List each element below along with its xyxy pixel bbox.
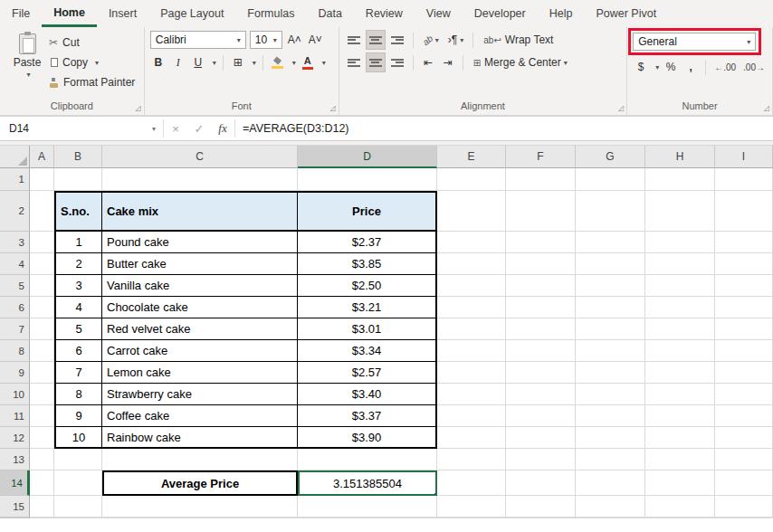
cell-H7[interactable] [645,318,715,340]
tab-review[interactable]: Review [354,0,415,27]
cell-D5[interactable]: $2.50 [298,275,437,297]
column-header-I[interactable]: I [715,146,773,168]
cell-C12[interactable]: Rainbow cake [102,427,298,449]
cell-E12[interactable] [437,427,506,449]
cell-C11[interactable]: Coffee cake [102,405,298,427]
column-header-C[interactable]: C [102,146,298,168]
column-header-F[interactable]: F [506,146,576,168]
cell-H3[interactable] [645,232,715,253]
row-header-7[interactable]: 7 [0,318,30,340]
cell-B16[interactable] [54,518,102,518]
cell-H4[interactable] [645,253,715,275]
cell-A12[interactable] [30,427,54,449]
cell-D10[interactable]: $3.40 [298,384,437,405]
align-left-button[interactable] [345,53,363,71]
cell-D6[interactable]: $3.21 [298,297,437,318]
percent-style-button[interactable]: % [663,58,679,76]
cell-H10[interactable] [645,384,715,405]
cell-A1[interactable] [30,168,54,191]
cell-G1[interactable] [576,168,645,191]
row-header-13[interactable]: 13 [0,449,30,470]
tab-page-layout[interactable]: Page Layout [148,0,235,27]
column-header-E[interactable]: E [437,146,506,168]
cancel-button[interactable]: × [164,117,187,140]
cell-B8[interactable]: 6 [54,340,102,362]
fill-handle[interactable] [434,492,437,496]
row-header-14[interactable]: 14 [0,470,30,496]
cell-F16[interactable] [506,518,576,518]
font-size-combobox[interactable]: 10 ▾ [250,31,282,49]
cell-F2[interactable] [506,191,576,232]
cell-A16[interactable] [30,518,54,518]
cell-C14[interactable]: Average Price [102,470,298,496]
tab-data[interactable]: Data [306,0,353,27]
row-header-8[interactable]: 8 [0,340,30,362]
row-header-15[interactable]: 15 [0,496,30,518]
cell-B5[interactable]: 3 [54,275,102,297]
cell-E13[interactable] [437,449,506,470]
alignment-dialog-launcher[interactable]: ◿ [618,105,624,112]
underline-button[interactable]: U [190,53,206,71]
formula-input[interactable]: =AVERAGE(D3:D12) [235,117,349,140]
cell-B13[interactable] [54,449,102,470]
row-header-9[interactable]: 9 [0,362,30,384]
top-align-button[interactable] [345,31,363,49]
cell-I3[interactable] [715,232,773,253]
cell-H6[interactable] [645,297,715,318]
cell-B6[interactable]: 4 [54,297,102,318]
cell-G6[interactable] [576,297,645,318]
text-direction-button[interactable]: ›¶▾ [445,31,466,49]
cell-A6[interactable] [30,297,54,318]
merge-center-button[interactable]: ⊞ Merge & Center ▾ [470,53,571,71]
cell-G3[interactable] [576,232,645,253]
column-header-B[interactable]: B [54,146,102,168]
cell-I8[interactable] [715,340,773,362]
cell-E16[interactable] [437,518,506,518]
font-color-dropdown-icon[interactable]: ▾ [322,59,326,67]
cell-H12[interactable] [645,427,715,449]
cell-F3[interactable] [506,232,576,253]
name-box[interactable]: D14 ▾ [0,117,163,140]
cell-G13[interactable] [576,449,645,470]
cell-A8[interactable] [30,340,54,362]
cell-B15[interactable] [54,496,102,518]
cell-G12[interactable] [576,427,645,449]
cell-B9[interactable]: 7 [54,362,102,384]
cell-D9[interactable]: $2.57 [298,362,437,384]
cell-H16[interactable] [645,518,715,518]
font-color-button[interactable]: A [300,53,316,71]
cell-B11[interactable]: 9 [54,405,102,427]
cell-G15[interactable] [576,496,645,518]
cell-C5[interactable]: Vanilla cake [102,275,298,297]
cell-D2[interactable]: Price [298,191,437,232]
cell-A2[interactable] [30,191,54,232]
cell-D16[interactable] [298,518,437,518]
cell-E15[interactable] [437,496,506,518]
cell-B14[interactable] [54,470,102,496]
cell-D15[interactable] [298,496,437,518]
tab-formulas[interactable]: Formulas [235,0,306,27]
cell-A10[interactable] [30,384,54,405]
cell-H11[interactable] [645,405,715,427]
name-box-dropdown-icon[interactable]: ▾ [152,125,156,133]
cell-B7[interactable]: 5 [54,318,102,340]
cell-F4[interactable] [506,253,576,275]
copy-dropdown-icon[interactable]: ▾ [95,59,99,67]
cell-I2[interactable] [715,191,773,232]
cell-H1[interactable] [645,168,715,191]
cut-button[interactable]: ✂ Cut [49,34,135,51]
cell-G11[interactable] [576,405,645,427]
cell-E3[interactable] [437,232,506,253]
cell-I9[interactable] [715,362,773,384]
cell-C16[interactable] [102,518,298,518]
cell-F8[interactable] [506,340,576,362]
row-header-5[interactable]: 5 [0,275,30,297]
cell-C9[interactable]: Lemon cake [102,362,298,384]
enter-button[interactable]: ✓ [187,117,211,140]
row-header-1[interactable]: 1 [0,168,30,191]
bold-button[interactable]: B [150,53,167,71]
middle-align-button[interactable] [367,31,385,49]
row-header-2[interactable]: 2 [0,191,30,232]
cell-H2[interactable] [645,191,715,232]
cell-F13[interactable] [506,449,576,470]
